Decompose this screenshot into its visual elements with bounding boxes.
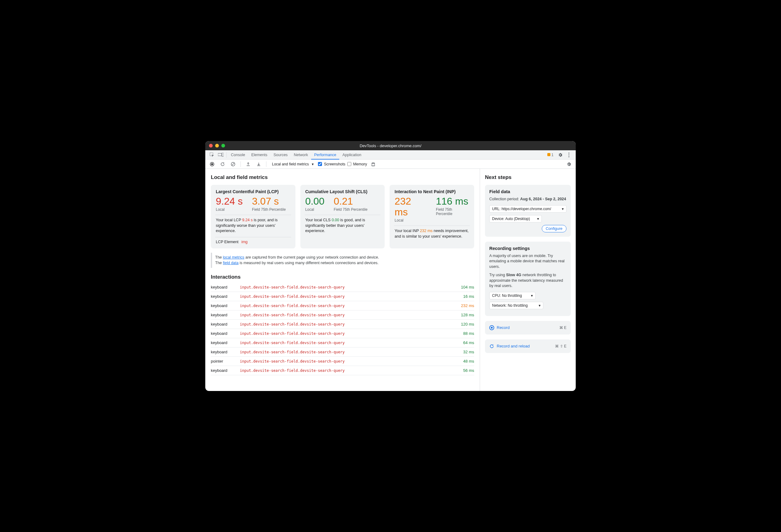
download-icon[interactable] [254, 160, 263, 169]
metric-card: Largest Contentful Paint (LCP) 9.24 s Lo… [211, 185, 295, 249]
chevron-down-icon: ▾ [562, 207, 564, 211]
zoom-window-button[interactable] [221, 144, 225, 147]
metric-local-value: 232 ms [395, 196, 426, 218]
svg-rect-1 [218, 153, 222, 156]
interaction-type: keyboard [211, 285, 240, 290]
tab-elements[interactable]: Elements [248, 150, 271, 160]
interaction-selector: input.devsite-search-field.devsite-searc… [240, 331, 453, 336]
interaction-selector: input.devsite-search-field.devsite-searc… [240, 368, 453, 373]
metric-card: Interaction to Next Paint (INP) 232 ms L… [389, 185, 474, 249]
more-menu-icon[interactable] [565, 150, 573, 159]
interaction-type: keyboard [211, 303, 240, 308]
reload-icon [489, 344, 494, 349]
interaction-time: 120 ms [453, 322, 474, 326]
interaction-row[interactable]: keyboard input.devsite-search-field.devs… [211, 320, 474, 329]
interactions-list: keyboard input.devsite-search-field.devs… [211, 283, 474, 375]
metric-local-value: 9.24 s [216, 196, 243, 207]
garbage-collect-icon[interactable] [369, 160, 377, 169]
interaction-selector: input.devsite-search-field.devsite-searc… [240, 341, 453, 345]
local-metrics-link[interactable]: local metrics [223, 255, 244, 260]
record-reload-card[interactable]: Record and reload ⌘ ⇧ E [485, 340, 571, 353]
upload-icon[interactable] [244, 160, 252, 169]
metric-field-label: Field 75th Percentile [252, 207, 286, 212]
reload-record-icon[interactable] [218, 160, 227, 169]
memory-label: Memory [353, 162, 367, 166]
field-data-title: Field data [489, 189, 567, 194]
interaction-row[interactable]: keyboard input.devsite-search-field.devs… [211, 283, 474, 292]
url-select-label: URL: https://developer.chrome.com/ [492, 207, 551, 211]
interaction-time: 64 ms [453, 340, 474, 345]
cpu-throttling-select[interactable]: CPU: No throttling ▾ [489, 292, 536, 299]
screenshots-checkbox[interactable]: Screenshots [318, 162, 345, 166]
url-select[interactable]: URL: https://developer.chrome.com/ ▾ [489, 205, 567, 213]
interaction-type: keyboard [211, 294, 240, 299]
settings-icon[interactable] [556, 150, 565, 159]
record-dot-icon [489, 325, 494, 330]
interaction-time: 16 ms [453, 294, 474, 299]
memory-checkbox-input[interactable] [347, 162, 351, 166]
tab-application[interactable]: Application [339, 150, 364, 160]
tab-performance[interactable]: Performance [311, 150, 339, 160]
lcp-element-row[interactable]: LCP Element img [216, 240, 290, 244]
field-data-link[interactable]: field data [223, 261, 239, 265]
close-window-button[interactable] [209, 144, 213, 147]
metrics-mode-select[interactable]: Local and field metrics ▾ [270, 161, 316, 168]
metric-local-value: 0.00 [305, 196, 324, 207]
record-card[interactable]: Record ⌘ E [485, 321, 571, 335]
devtools-window: DevTools - developer.chrome.com/ Console… [205, 141, 576, 391]
tab-network[interactable]: Network [291, 150, 311, 160]
metric-field-label: Field 75th Percentile [436, 207, 469, 216]
interaction-row[interactable]: keyboard input.devsite-search-field.devs… [211, 366, 474, 375]
interaction-row[interactable]: keyboard input.devsite-search-field.devs… [211, 301, 474, 310]
interaction-row[interactable]: pointer input.devsite-search-field.devsi… [211, 357, 474, 366]
interaction-time: 104 ms [453, 285, 474, 290]
interaction-row[interactable]: keyboard input.devsite-search-field.devs… [211, 338, 474, 348]
interaction-time: 32 ms [453, 350, 474, 354]
main-panel: Local and field metrics Largest Contentf… [205, 169, 480, 391]
interaction-time: 48 ms [453, 359, 474, 363]
interaction-row[interactable]: keyboard input.devsite-search-field.devs… [211, 348, 474, 357]
tab-sources[interactable]: Sources [271, 150, 291, 160]
interaction-selector: input.devsite-search-field.devsite-searc… [240, 304, 453, 308]
metric-title: Cumulative Layout Shift (CLS) [305, 189, 380, 194]
chevron-down-icon: ▾ [539, 303, 540, 308]
metric-description: Your local CLS 0.00 is good, and is sign… [305, 218, 380, 234]
issues-indicator[interactable]: 1 [547, 153, 553, 157]
memory-checkbox[interactable]: Memory [347, 162, 367, 166]
capture-settings-icon[interactable] [565, 160, 573, 169]
next-steps-heading: Next steps [485, 174, 571, 180]
window-controls [209, 144, 225, 147]
recording-settings-p2: Try using Slow 4G network throttling to … [489, 272, 567, 289]
interaction-row[interactable]: keyboard input.devsite-search-field.devs… [211, 292, 474, 301]
recording-settings-title: Recording settings [489, 246, 567, 251]
metrics-row: Largest Contentful Paint (LCP) 9.24 s Lo… [211, 185, 474, 249]
interaction-type: keyboard [211, 350, 240, 354]
interaction-selector: input.devsite-search-field.devsite-searc… [240, 322, 453, 326]
network-throttling-select[interactable]: Network: No throttling ▾ [489, 302, 543, 309]
device-select[interactable]: Device: Auto (Desktop) ▾ [489, 215, 542, 222]
record-icon[interactable] [208, 160, 216, 169]
device-toolbar-icon[interactable] [216, 150, 225, 159]
interaction-row[interactable]: keyboard input.devsite-search-field.devs… [211, 310, 474, 320]
interaction-selector: input.devsite-search-field.devsite-searc… [240, 359, 453, 363]
issue-badge-icon [547, 153, 550, 156]
interaction-type: keyboard [211, 322, 240, 326]
metric-field-value: 116 ms [436, 196, 469, 207]
chevron-down-icon: ▾ [312, 162, 314, 166]
recording-settings-card: Recording settings A majority of users a… [485, 241, 571, 316]
interaction-type: keyboard [211, 331, 240, 336]
metric-card: Cumulative Layout Shift (CLS) 0.00 Local… [300, 185, 385, 249]
chevron-down-icon: ▾ [537, 217, 539, 221]
field-data-card: Field data Collection period: Aug 6, 202… [485, 185, 571, 237]
inspect-element-icon[interactable] [208, 150, 216, 159]
minimize-window-button[interactable] [215, 144, 219, 147]
configure-button[interactable]: Configure [542, 225, 567, 232]
metric-field-label: Field 75th Percentile [334, 207, 367, 212]
screenshots-checkbox-input[interactable] [318, 162, 322, 166]
svg-line-9 [232, 163, 234, 165]
interaction-row[interactable]: keyboard input.devsite-search-field.devs… [211, 329, 474, 338]
clear-icon[interactable] [229, 160, 237, 169]
svg-point-7 [211, 163, 213, 165]
tabs: ConsoleElementsSourcesNetworkPerformance… [228, 150, 364, 160]
tab-console[interactable]: Console [228, 150, 248, 160]
